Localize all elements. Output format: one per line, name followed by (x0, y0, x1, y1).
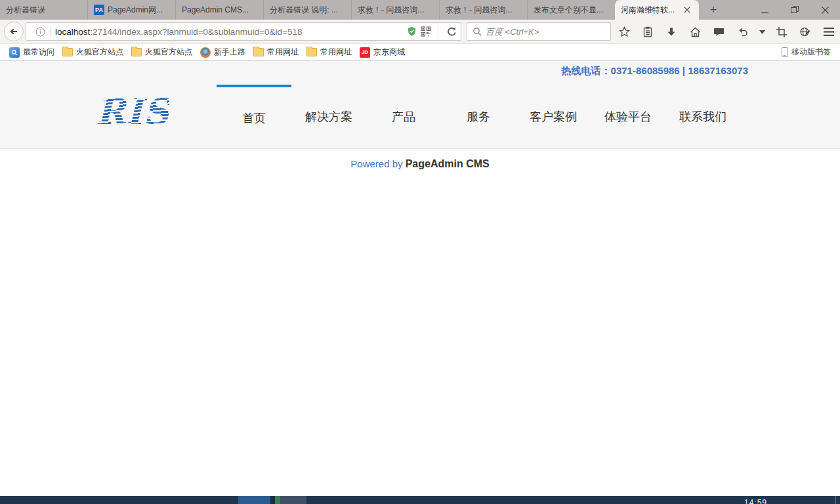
mobile-bookmarks[interactable]: 移动版书签 (778, 45, 835, 59)
tab-title: PageAdmin网... (108, 5, 163, 16)
taskbar-clock: 14:59 (744, 498, 767, 504)
clipboard-list-icon[interactable] (639, 23, 656, 41)
history-icon (9, 47, 20, 58)
folder-icon (306, 48, 317, 56)
url-text[interactable]: localhost:27144/index.aspx?lanmuid=0&sub… (55, 27, 407, 37)
back-button[interactable] (4, 22, 24, 41)
jd-icon: JD (360, 47, 370, 58)
bookmark-label: 常用网址 (267, 47, 299, 58)
globe-edit-icon[interactable] (797, 23, 814, 41)
urlbar-divider (438, 26, 438, 37)
tab-analyzer-error-desc[interactable]: 分析器错误 说明: ... (264, 0, 352, 20)
shield-check-icon[interactable] (407, 26, 417, 37)
mobile-bookmarks-label: 移动版书签 (791, 47, 831, 58)
nav-item-solutions[interactable]: 解决方案 (291, 85, 366, 148)
tab-pageadmin-cms[interactable]: PageAdmin CMS... (176, 0, 264, 20)
pageadmin-cms-link[interactable]: PageAdmin CMS (406, 158, 490, 169)
chevron-down-icon[interactable] (758, 23, 766, 41)
tab-title: 河南瀚维特软... (621, 5, 678, 16)
info-icon[interactable] (33, 27, 47, 37)
bookmark-common-sites-2[interactable]: 常用网址 (303, 45, 356, 59)
browser-tab-bar: 分析器错误 PA PageAdmin网... PageAdmin CMS... … (0, 0, 840, 20)
taskbar-app-segment[interactable] (280, 496, 306, 504)
tab-title: 分析器错误 (6, 5, 45, 16)
tab-title: 求救！- 问题咨询... (446, 5, 512, 16)
tab-help-question-1[interactable]: 求救！- 问题咨询... (352, 0, 440, 20)
window-controls (749, 0, 840, 20)
bookmark-jd-mall[interactable]: JD 京东商城 (356, 45, 409, 59)
window-restore-button[interactable] (780, 0, 810, 20)
bookmark-getting-started[interactable]: 新手上路 (196, 45, 249, 59)
qr-code-icon[interactable] (421, 26, 431, 37)
powered-by-line: Powered by PageAdmin CMS (0, 158, 840, 170)
windows-taskbar-sliver[interactable]: 14:59 (0, 496, 840, 504)
nav-item-cases[interactable]: 客户案例 (516, 85, 591, 148)
menu-icon[interactable] (820, 23, 837, 41)
nav-item-contact[interactable]: 联系我们 (665, 85, 740, 148)
nav-item-services[interactable]: 服务 (441, 85, 516, 148)
nav-item-home[interactable]: 首页 (217, 85, 291, 148)
tab-publish-article[interactable]: 发布文章个别不显... (528, 0, 616, 20)
chat-bubble-icon[interactable] (710, 23, 727, 41)
tab-help-question-2[interactable]: 求救！- 问题咨询... (440, 0, 528, 20)
bookmark-label: 火狐官方站点 (145, 47, 192, 58)
bookmarks-toolbar: 最常访问 火狐官方站点 火狐官方站点 新手上路 常用网址 常用网址 JD 京东商… (0, 44, 840, 61)
web-page-content: 热线电话：0371-86085986 | 18637163073 RIS 首页 … (0, 61, 840, 495)
bookmark-label: 京东商城 (373, 47, 405, 58)
taskbar-segment-green (275, 496, 280, 504)
folder-icon (253, 48, 264, 56)
show-desktop-divider[interactable] (835, 496, 836, 504)
bookmark-star-icon[interactable] (616, 23, 633, 41)
bookmark-firefox-official-1[interactable]: 火狐官方站点 (58, 45, 127, 59)
bookmark-most-visited[interactable]: 最常访问 (5, 45, 58, 59)
window-minimize-button[interactable] (749, 0, 780, 20)
bookmark-label: 火狐官方站点 (76, 47, 123, 58)
crop-screenshot-icon[interactable] (773, 23, 790, 41)
browser-toolbar: localhost:27144/index.aspx?lanmuid=0&sub… (0, 20, 840, 44)
tab-analyzer-error[interactable]: 分析器错误 (0, 0, 88, 20)
reload-icon[interactable] (447, 27, 457, 37)
pageadmin-favicon: PA (94, 5, 104, 15)
nav-item-demo-platform[interactable]: 体验平台 (591, 85, 665, 148)
bookmark-firefox-official-2[interactable]: 火狐官方站点 (127, 45, 196, 59)
firefox-icon (200, 47, 211, 58)
new-tab-button[interactable]: + (703, 0, 724, 20)
tab-title: 发布文章个别不显... (534, 5, 603, 16)
url-path: :27144/index.aspx?lanmuid=0&sublanmuid=0… (90, 27, 302, 37)
bookmark-label: 最常访问 (23, 47, 54, 58)
window-close-button[interactable] (810, 0, 840, 20)
url-domain: localhost (55, 27, 90, 37)
search-input[interactable] (486, 27, 605, 37)
tab-pageadmin-site[interactable]: PA PageAdmin网... (88, 0, 176, 20)
tab-title: 分析器错误 说明: ... (270, 5, 338, 16)
undo-arrow-icon[interactable] (734, 23, 751, 41)
phone-icon (782, 47, 788, 57)
taskbar-segment (270, 496, 275, 504)
folder-icon (131, 48, 142, 56)
hotline-phone: 热线电话：0371-86085986 | 18637163073 (562, 65, 748, 77)
bookmark-common-sites-1[interactable]: 常用网址 (249, 45, 303, 59)
url-bar[interactable]: localhost:27144/index.aspx?lanmuid=0&sub… (26, 22, 461, 41)
home-icon[interactable] (686, 23, 704, 41)
powered-by-text: Powered by (350, 158, 405, 169)
search-bar[interactable] (467, 22, 611, 41)
folder-icon (62, 48, 73, 56)
bookmark-label: 新手上路 (214, 47, 245, 58)
tab-active-henan-hanweite[interactable]: 河南瀚维特软... (615, 0, 699, 20)
site-header: 热线电话：0371-86085986 | 18637163073 RIS 首页 … (0, 61, 840, 149)
nav-item-products[interactable]: 产品 (366, 85, 441, 148)
url-separator (50, 26, 51, 37)
site-logo[interactable]: RIS (96, 94, 169, 129)
bookmark-label: 常用网址 (320, 47, 352, 58)
download-icon[interactable] (663, 23, 680, 41)
search-icon (472, 27, 482, 36)
tab-title: PageAdmin CMS... (182, 5, 249, 14)
toolbar-icon-row (616, 20, 837, 44)
site-nav: 首页 解决方案 产品 服务 客户案例 体验平台 联系我们 (217, 85, 740, 148)
taskbar-active-app-segment[interactable] (238, 496, 270, 504)
tab-close-icon[interactable] (681, 4, 693, 16)
tab-title: 求救！- 问题咨询... (358, 5, 424, 16)
